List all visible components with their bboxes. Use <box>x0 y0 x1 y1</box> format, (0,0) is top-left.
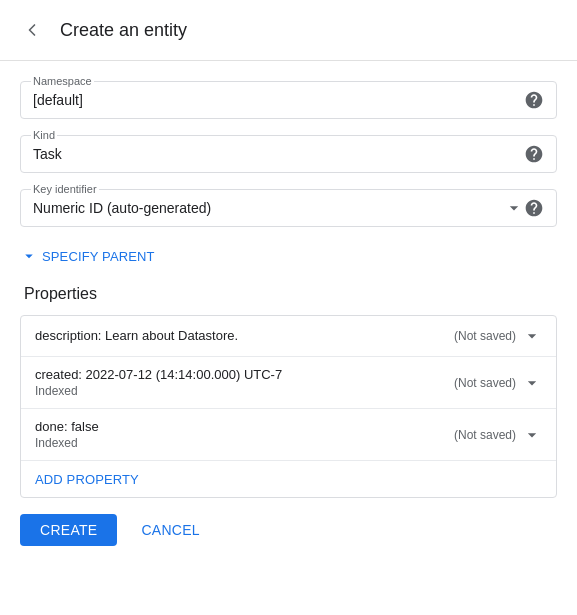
property-left-description: description: Learn about Datastore. <box>35 328 454 345</box>
property-expand-icon-done[interactable] <box>522 425 542 445</box>
property-meta-created: Indexed <box>35 384 454 398</box>
property-right-done: (Not saved) <box>454 425 542 445</box>
not-saved-badge-created: (Not saved) <box>454 376 516 390</box>
back-arrow-icon <box>22 20 42 40</box>
key-identifier-dropdown-icon[interactable] <box>504 198 524 218</box>
namespace-help-icon[interactable] <box>524 90 544 110</box>
key-identifier-help-icon[interactable] <box>524 198 544 218</box>
not-saved-badge-description: (Not saved) <box>454 329 516 343</box>
not-saved-badge-done: (Not saved) <box>454 428 516 442</box>
property-name-description: description: <box>35 328 105 343</box>
table-row: description: Learn about Datastore. (Not… <box>21 316 556 357</box>
page-title: Create an entity <box>60 20 187 41</box>
property-left-created: created: 2022-07-12 (14:14:00.000) UTC-7… <box>35 367 454 398</box>
property-right-created: (Not saved) <box>454 373 542 393</box>
table-row: done: false Indexed (Not saved) <box>21 409 556 461</box>
cancel-button[interactable]: CANCEL <box>125 514 215 546</box>
property-name-value-created: created: 2022-07-12 (14:14:00.000) UTC-7 <box>35 367 454 382</box>
property-value-created: 2022-07-12 (14:14:00.000) UTC-7 <box>86 367 283 382</box>
form-area: Namespace [default] Kind Task Key identi… <box>0 61 577 498</box>
property-name-created: created: <box>35 367 86 382</box>
property-meta-done: Indexed <box>35 436 454 450</box>
property-value-done: false <box>71 419 98 434</box>
add-property-button[interactable]: ADD PROPERTY <box>35 472 139 487</box>
key-identifier-label: Key identifier <box>31 183 99 195</box>
property-left-done: done: false Indexed <box>35 419 454 450</box>
key-identifier-value: Numeric ID (auto-generated) <box>33 200 498 216</box>
namespace-value: [default] <box>33 92 524 108</box>
key-identifier-field: Key identifier Numeric ID (auto-generate… <box>20 189 557 227</box>
chevron-down-icon <box>20 247 38 265</box>
properties-table: description: Learn about Datastore. (Not… <box>20 315 557 498</box>
kind-field: Kind Task <box>20 135 557 173</box>
specify-parent-toggle[interactable]: SPECIFY PARENT <box>20 243 557 269</box>
property-name-value-done: done: false <box>35 419 454 434</box>
namespace-field: Namespace [default] <box>20 81 557 119</box>
kind-label: Kind <box>31 129 57 141</box>
property-right-description: (Not saved) <box>454 326 542 346</box>
back-button[interactable] <box>16 14 48 46</box>
kind-value: Task <box>33 146 524 162</box>
footer: CREATE CANCEL <box>0 498 577 562</box>
property-expand-icon-created[interactable] <box>522 373 542 393</box>
header: Create an entity <box>0 0 577 61</box>
create-button[interactable]: CREATE <box>20 514 117 546</box>
specify-parent-label: SPECIFY PARENT <box>42 249 155 264</box>
table-row: created: 2022-07-12 (14:14:00.000) UTC-7… <box>21 357 556 409</box>
property-value-description: Learn about Datastore. <box>105 328 238 343</box>
namespace-label: Namespace <box>31 75 94 87</box>
kind-help-icon[interactable] <box>524 144 544 164</box>
add-property-row: ADD PROPERTY <box>21 461 556 497</box>
properties-section-title: Properties <box>20 285 557 303</box>
property-name-done: done: <box>35 419 71 434</box>
property-expand-icon-description[interactable] <box>522 326 542 346</box>
property-name-value-description: description: Learn about Datastore. <box>35 328 454 343</box>
